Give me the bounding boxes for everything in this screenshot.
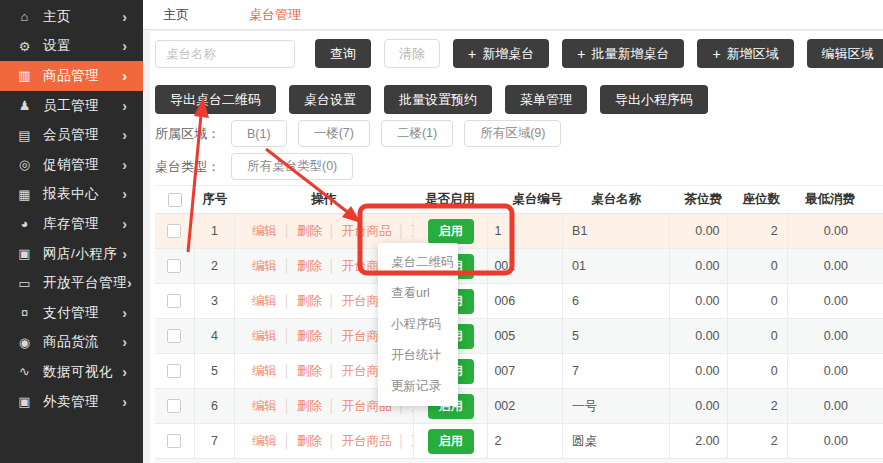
row-checkbox[interactable] xyxy=(167,329,181,343)
content-area: 主页 桌台管理 查询 清除 +新增桌台 +批量新增桌台 +新增区域 编辑区域 批… xyxy=(143,0,883,463)
header-tea-fee: 茶位费 xyxy=(671,186,729,213)
delete-link[interactable]: 删除 xyxy=(297,433,322,450)
sidebar-item-payment-management[interactable]: ¤支付管理› xyxy=(0,298,143,328)
add-table-button[interactable]: +新增桌台 xyxy=(453,39,549,68)
area-chip-floor2[interactable]: 二楼(1) xyxy=(381,120,453,147)
batch-add-table-button[interactable]: +批量新增桌台 xyxy=(562,39,684,68)
export-table-qrcode-button[interactable]: 导出桌台二维码 xyxy=(155,85,276,114)
name-cell: 01 xyxy=(563,249,669,283)
batch-reserve-button[interactable]: 批量设置预约 xyxy=(384,85,492,114)
menu-item-table-qrcode[interactable]: 桌台二维码 xyxy=(378,247,458,278)
area-chip-floor1[interactable]: 一楼(7) xyxy=(298,120,370,147)
query-button[interactable]: 查询 xyxy=(315,39,371,68)
storefront-icon: ▣ xyxy=(17,246,32,261)
chevron-right-icon: › xyxy=(122,394,127,410)
chevron-right-icon: › xyxy=(122,216,127,232)
area-chip-b[interactable]: B(1) xyxy=(231,120,287,147)
clear-button[interactable]: 清除 xyxy=(384,39,440,68)
tables-grid: 序号 操作 是否启用 桌台编号 桌台名称 茶位费 座位数 最低消费 1 编辑│删… xyxy=(155,185,883,463)
tea-fee-cell: 0.00 xyxy=(670,354,728,388)
chevron-right-icon: › xyxy=(122,186,127,202)
delete-link[interactable]: 删除 xyxy=(297,363,322,380)
sidebar-item-data-visualization[interactable]: ∿数据可视化› xyxy=(0,357,143,387)
delete-link[interactable]: 删除 xyxy=(297,223,322,240)
table-name-search-input[interactable] xyxy=(155,40,295,68)
chevron-right-icon: › xyxy=(122,38,127,54)
code-cell: 002 xyxy=(488,389,563,423)
edit-link[interactable]: 编辑 xyxy=(252,398,277,415)
sidebar-item-open-platform[interactable]: ▭开放平台管理› xyxy=(0,268,143,298)
name-cell: B1 xyxy=(563,214,669,248)
row-checkbox[interactable] xyxy=(167,399,181,413)
edit-link[interactable]: 编辑 xyxy=(252,223,277,240)
name-cell: 一号 xyxy=(563,389,669,423)
sidebar-item-member-management[interactable]: ▤会员管理› xyxy=(0,120,143,150)
edit-link[interactable]: 编辑 xyxy=(252,258,277,275)
name-cell: 7 xyxy=(563,354,669,388)
code-cell: 2 xyxy=(488,424,563,458)
delete-link[interactable]: 删除 xyxy=(297,398,322,415)
serial-cell: 4 xyxy=(195,319,235,353)
menu-item-miniprogram-code[interactable]: 小程序码 xyxy=(378,309,458,340)
min-spend-cell: 0.00 xyxy=(788,284,883,318)
type-chip-all[interactable]: 所有桌台类型(0) xyxy=(231,153,353,180)
delete-link[interactable]: 删除 xyxy=(297,293,322,310)
tea-fee-cell: 0.00 xyxy=(670,284,728,318)
table-row: 2 编辑│删除│开台商品│更多∨ 启用 001 01 0.00 0 0.00 xyxy=(155,249,883,284)
edit-link[interactable]: 编辑 xyxy=(252,328,277,345)
enable-button[interactable]: 启用 xyxy=(428,219,474,244)
seats-cell: 2 xyxy=(728,424,788,458)
tab-table-management[interactable]: 桌台管理 xyxy=(249,6,301,24)
gear-icon: ⚙ xyxy=(17,39,32,54)
row-checkbox[interactable] xyxy=(167,434,181,448)
sidebar-item-inventory-management[interactable]: ◕库存管理› xyxy=(0,209,143,239)
sidebar-item-promotion-management[interactable]: ◎促销管理› xyxy=(0,150,143,180)
edit-area-button[interactable]: 编辑区域 xyxy=(807,39,883,68)
delete-link[interactable]: 删除 xyxy=(297,258,322,275)
tea-fee-cell: 2.00 xyxy=(670,424,728,458)
enable-button[interactable]: 启用 xyxy=(428,429,474,454)
tab-home[interactable]: 主页 xyxy=(163,6,189,24)
export-miniprogram-button[interactable]: 导出小程序码 xyxy=(600,85,708,114)
plus-icon: + xyxy=(712,46,720,62)
delete-link[interactable]: 删除 xyxy=(297,328,322,345)
min-spend-cell: 0.00 xyxy=(788,249,883,283)
chevron-right-icon: › xyxy=(122,246,127,262)
menu-item-update-record[interactable]: 更新记录 xyxy=(378,371,458,402)
edit-link[interactable]: 编辑 xyxy=(252,433,277,450)
sidebar-item-online-store[interactable]: ▣网店/小程序› xyxy=(0,239,143,269)
type-filter-label: 桌台类型： xyxy=(155,158,220,176)
menu-item-open-statistics[interactable]: 开台统计 xyxy=(378,340,458,371)
table-row: 5 编辑│删除│开台商品│更多∨ 启用 007 7 0.00 0 0.00 xyxy=(155,354,883,389)
sidebar-item-staff-management[interactable]: ♟员工管理› xyxy=(0,91,143,121)
header-serial: 序号 xyxy=(195,186,235,213)
sidebar-item-settings[interactable]: ⚙设置› xyxy=(0,32,143,62)
open-goods-link[interactable]: 开台商品 xyxy=(342,433,392,450)
open-goods-link[interactable]: 开台商品 xyxy=(342,223,392,240)
add-area-button[interactable]: +新增区域 xyxy=(697,39,793,68)
sidebar-item-goods-logistics[interactable]: ◉商品货流› xyxy=(0,328,143,358)
row-checkbox[interactable] xyxy=(167,364,181,378)
edit-link[interactable]: 编辑 xyxy=(252,363,277,380)
sidebar-item-home[interactable]: ⌂主页› xyxy=(0,2,143,32)
row-checkbox[interactable] xyxy=(167,259,181,273)
barcode-icon: ▥ xyxy=(17,68,32,83)
area-chip-all[interactable]: 所有区域(9) xyxy=(464,120,561,147)
row-checkbox[interactable] xyxy=(167,224,181,238)
edit-link[interactable]: 编辑 xyxy=(252,293,277,310)
menu-item-view-url[interactable]: 查看url xyxy=(378,278,458,309)
table-settings-button[interactable]: 桌台设置 xyxy=(289,85,371,114)
sidebar-item-takeout-management[interactable]: ▣外卖管理› xyxy=(0,387,143,417)
sidebar-item-report-center[interactable]: ▦报表中心› xyxy=(0,180,143,210)
member-card-icon: ▤ xyxy=(17,128,32,143)
menu-manage-button[interactable]: 菜单管理 xyxy=(505,85,587,114)
serial-cell: 5 xyxy=(195,354,235,388)
sidebar: ⌂主页› ⚙设置› ▥商品管理› ♟员工管理› ▤会员管理› ◎促销管理› ▦报… xyxy=(0,0,143,463)
sidebar-item-product-management[interactable]: ▥商品管理› xyxy=(0,61,143,91)
select-all-checkbox[interactable] xyxy=(168,193,182,207)
monitor-icon: ▭ xyxy=(17,276,32,291)
row-checkbox[interactable] xyxy=(167,294,181,308)
serial-cell: 6 xyxy=(195,389,235,423)
header-actions: 操作 xyxy=(235,186,413,213)
tea-fee-cell: 0.00 xyxy=(670,389,728,423)
